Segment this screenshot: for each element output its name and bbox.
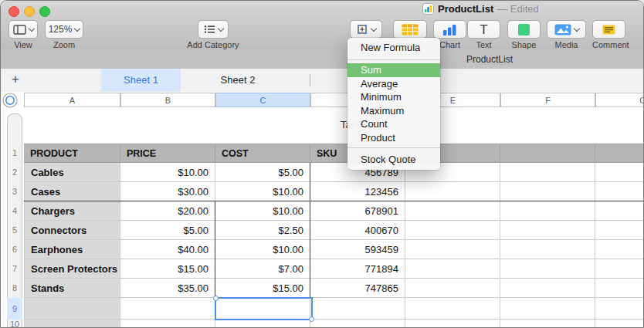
table-cell[interactable]: Chargers bbox=[24, 201, 120, 221]
row-header-6[interactable]: 6 bbox=[7, 240, 22, 259]
table-cell[interactable]: Screen Protectors bbox=[24, 259, 120, 279]
sheet-tab-2[interactable]: Sheet 2 bbox=[181, 69, 295, 92]
column-header-B[interactable]: B bbox=[120, 93, 215, 107]
table-cell[interactable] bbox=[500, 240, 595, 259]
table-cell[interactable]: $35.00 bbox=[120, 279, 215, 298]
table-cell[interactable] bbox=[595, 182, 644, 201]
row-header-9[interactable]: 9 bbox=[7, 298, 22, 320]
table-button[interactable] bbox=[393, 20, 427, 39]
table-cell[interactable] bbox=[595, 320, 644, 328]
table-cell[interactable]: $10.00 bbox=[120, 163, 215, 182]
table-cell[interactable] bbox=[405, 259, 500, 279]
table-cell[interactable] bbox=[405, 201, 500, 221]
table-cell[interactable]: $5.00 bbox=[215, 163, 310, 182]
menu-item-maximum[interactable]: Maximum bbox=[347, 104, 440, 118]
minimize-window-button[interactable] bbox=[24, 6, 35, 17]
table-cell[interactable]: Connectors bbox=[24, 221, 120, 240]
row-header-8[interactable]: 8 bbox=[7, 279, 22, 298]
table-cell[interactable] bbox=[500, 279, 595, 298]
table-cell[interactable] bbox=[405, 240, 500, 259]
table-cell[interactable] bbox=[310, 320, 405, 328]
column-header-G[interactable]: G bbox=[595, 93, 644, 107]
table-cell[interactable]: 400670 bbox=[310, 221, 405, 240]
zoom-window-button[interactable] bbox=[39, 6, 50, 17]
table-cell[interactable] bbox=[500, 298, 595, 320]
table-cell[interactable] bbox=[595, 259, 644, 279]
table-cell[interactable]: 747865 bbox=[310, 279, 405, 298]
chart-button[interactable] bbox=[433, 20, 466, 39]
row-header-5[interactable]: 5 bbox=[7, 221, 22, 240]
table-cell[interactable]: $10.00 bbox=[215, 201, 310, 221]
table-header-cell[interactable]: PRICE bbox=[120, 144, 215, 163]
table-title[interactable]: Table 1 bbox=[24, 119, 644, 130]
table-cell[interactable]: 771894 bbox=[310, 259, 405, 279]
add-category-button[interactable] bbox=[198, 20, 229, 39]
table-cell[interactable]: $5.00 bbox=[120, 221, 215, 240]
zoom-button[interactable]: 125% bbox=[45, 20, 83, 39]
menu-item-new-formula[interactable]: New Formula bbox=[347, 39, 440, 56]
table-cell[interactable]: $10.00 bbox=[215, 182, 310, 201]
table-cell[interactable] bbox=[500, 320, 595, 328]
table-cell[interactable] bbox=[595, 298, 644, 320]
view-button[interactable] bbox=[8, 20, 38, 39]
table-cell[interactable]: 678901 bbox=[310, 201, 405, 221]
table-header-cell[interactable]: COST bbox=[215, 144, 310, 163]
row-header-2[interactable]: 2 bbox=[7, 163, 22, 182]
column-header-A[interactable]: A bbox=[24, 93, 120, 107]
menu-item-stock-quote[interactable]: Stock Quote bbox=[347, 151, 440, 168]
row-header-10[interactable]: 10 bbox=[7, 320, 22, 328]
menu-item-product[interactable]: Product bbox=[347, 131, 440, 145]
table-cell[interactable]: Stands bbox=[24, 279, 120, 298]
table-cell[interactable] bbox=[405, 320, 500, 328]
table-cell[interactable]: $7.00 bbox=[215, 259, 310, 279]
table-cell[interactable] bbox=[500, 182, 595, 201]
row-header-7[interactable]: 7 bbox=[7, 259, 22, 279]
table-cell[interactable]: $15.00 bbox=[120, 259, 215, 279]
table-cell[interactable]: $2.50 bbox=[215, 221, 310, 240]
table-cell[interactable] bbox=[405, 279, 500, 298]
menu-item-sum[interactable]: Sum bbox=[347, 63, 440, 77]
media-button[interactable] bbox=[547, 20, 586, 39]
table-cell[interactable] bbox=[405, 298, 500, 320]
table-cell[interactable]: Earphones bbox=[24, 240, 120, 259]
table-cell[interactable] bbox=[120, 320, 215, 328]
column-header-C[interactable]: C bbox=[215, 93, 310, 107]
table-header-cell[interactable] bbox=[595, 144, 644, 163]
column-header-F[interactable]: F bbox=[500, 93, 595, 107]
table-cell[interactable] bbox=[595, 240, 644, 259]
row-header-4[interactable]: 4 bbox=[7, 201, 22, 221]
table-cell[interactable] bbox=[215, 320, 310, 328]
comment-button[interactable] bbox=[592, 20, 625, 39]
row-header-1[interactable]: 1 bbox=[7, 144, 22, 163]
table-cell[interactable] bbox=[595, 279, 644, 298]
text-button[interactable]: T bbox=[467, 20, 500, 39]
table-cell[interactable]: $15.00 bbox=[215, 279, 310, 298]
table-cell[interactable] bbox=[595, 221, 644, 240]
row-header-3[interactable]: 3 bbox=[7, 182, 22, 201]
table-cell[interactable] bbox=[595, 163, 644, 182]
shape-button[interactable] bbox=[507, 20, 541, 39]
table-header-cell[interactable]: PRODUCT bbox=[24, 144, 120, 163]
table-cell[interactable] bbox=[405, 221, 500, 240]
table-cell[interactable]: $30.00 bbox=[120, 182, 215, 201]
table-cell[interactable] bbox=[24, 320, 120, 328]
insert-button[interactable] bbox=[350, 20, 382, 39]
table-cell[interactable] bbox=[405, 182, 500, 201]
table-cell[interactable] bbox=[500, 201, 595, 221]
add-sheet-button[interactable]: + bbox=[5, 69, 25, 92]
menu-item-minimum[interactable]: Minimum bbox=[347, 90, 440, 104]
sheet-tab-1[interactable]: Sheet 1 bbox=[101, 69, 181, 92]
table-cell[interactable]: 123456 bbox=[310, 182, 405, 201]
table-header-cell[interactable] bbox=[500, 144, 595, 163]
table-cell[interactable] bbox=[310, 298, 405, 320]
table-cell[interactable] bbox=[500, 163, 595, 182]
table-cell[interactable] bbox=[500, 259, 595, 279]
table-cell[interactable] bbox=[120, 298, 215, 320]
table-cell[interactable]: 593459 bbox=[310, 240, 405, 259]
menu-item-average[interactable]: Average bbox=[347, 77, 440, 91]
table-cell[interactable] bbox=[595, 201, 644, 221]
selection-handle-bottom-right[interactable] bbox=[309, 316, 314, 322]
menu-item-count[interactable]: Count bbox=[347, 117, 440, 131]
table-cell[interactable] bbox=[500, 221, 595, 240]
table-cell[interactable]: $10.00 bbox=[215, 240, 310, 259]
